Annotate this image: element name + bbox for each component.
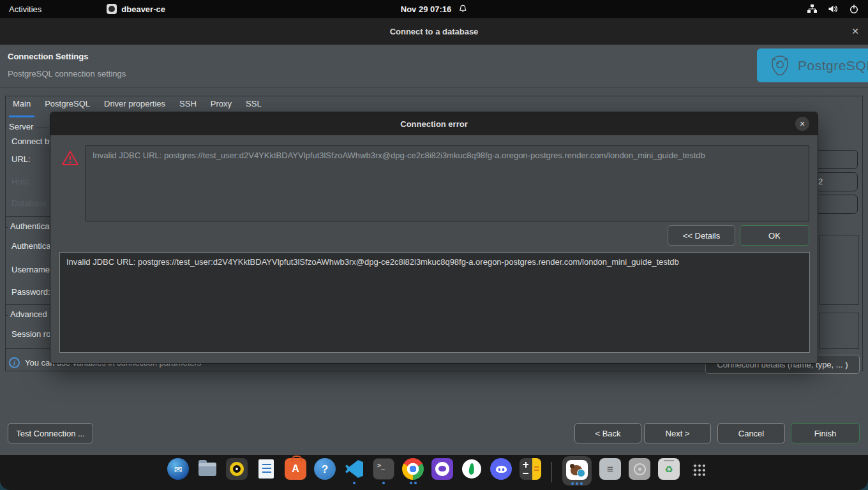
test-connection-button[interactable]: Test Connection ... <box>8 423 93 443</box>
app-menu-label: dbeaver-ce <box>121 4 165 14</box>
database-input-fragment[interactable] <box>816 195 858 214</box>
url-input-fragment[interactable] <box>816 150 858 169</box>
app-menu[interactable]: dbeaver-ce <box>107 4 165 14</box>
dock-files-icon[interactable] <box>197 458 218 485</box>
host-label: Host: <box>11 177 31 186</box>
warning-icon <box>61 150 79 167</box>
dbeaver-app-icon <box>107 4 117 14</box>
error-dialog-close-button[interactable]: ✕ <box>795 117 809 131</box>
clock-menu[interactable]: Nov 29 07:16 <box>401 4 468 14</box>
details-toggle-button[interactable]: << Details <box>668 225 735 246</box>
ok-button[interactable]: OK <box>740 225 809 246</box>
connect-by-label: Connect by: <box>11 137 56 146</box>
url-label: URL: <box>11 154 31 164</box>
info-icon: i <box>9 357 20 368</box>
dock-help-icon[interactable]: ? <box>314 458 336 485</box>
dock-github-icon[interactable] <box>431 458 453 485</box>
dock-items: ✉A?>_≡♻ <box>167 458 709 486</box>
cancel-button[interactable]: Cancel <box>717 423 785 443</box>
dock: ✉A?>_≡♻ <box>0 455 868 490</box>
power-icon <box>849 4 859 14</box>
wizard-header: Connection Settings PostgreSQL connectio… <box>0 45 868 88</box>
dock-trash-icon[interactable]: ♻ <box>658 458 680 485</box>
page-title: Connection Settings <box>8 52 88 61</box>
finish-button[interactable]: Finish <box>791 423 860 443</box>
back-button[interactable]: < Back <box>574 423 641 443</box>
dock-terminal-icon[interactable]: >_ <box>373 458 394 485</box>
dock-rhythmbox-icon[interactable] <box>226 458 248 485</box>
postgresql-logo: PostgreSQL <box>757 48 868 82</box>
screen: Activities dbeaver-ce Nov 29 07:16 <box>0 0 868 490</box>
advanced-box-fragment <box>819 313 859 349</box>
dock-writer-icon[interactable] <box>255 458 277 485</box>
notification-bell-icon <box>458 4 467 14</box>
dock-strip: ✉A?>_≡♻ <box>0 455 868 490</box>
username-label: Username: <box>11 265 52 274</box>
postgresql-elephant-icon <box>767 54 793 78</box>
volume-icon <box>828 4 839 14</box>
server-group-label: Server <box>6 122 36 131</box>
wizard-title: Connect to a database <box>390 27 479 36</box>
dock-separator <box>551 462 552 482</box>
dock-chrome-icon[interactable] <box>402 458 424 485</box>
dock-settings-icon[interactable]: ≡ <box>599 458 621 485</box>
dock-software-icon[interactable]: A <box>285 458 306 485</box>
dock-calculator-icon[interactable] <box>520 458 541 485</box>
network-icon <box>807 4 818 14</box>
tab-main[interactable]: Main <box>13 96 31 116</box>
dock-compass-icon[interactable] <box>461 458 483 485</box>
activities-button[interactable]: Activities <box>0 4 50 14</box>
next-button[interactable]: Next > <box>644 423 711 443</box>
dock-app-grid-icon[interactable] <box>687 458 709 485</box>
error-dialog-title: Connection error <box>400 119 467 129</box>
password-label: Password: <box>11 287 50 297</box>
database-label: Database <box>11 198 47 208</box>
page-subtitle: PostgreSQL connection settings <box>8 69 126 78</box>
error-dialog-titlebar: Connection error ✕ <box>50 112 818 135</box>
dock-vscode-icon[interactable] <box>343 458 365 485</box>
dock-discord-icon[interactable] <box>490 458 512 485</box>
clock-label: Nov 29 07:16 <box>401 4 452 14</box>
connection-error-dialog: Connection error ✕ Invalid JDBC URL: pos… <box>50 112 818 364</box>
wizard-close-button[interactable]: ✕ <box>851 18 859 45</box>
dock-dbeaver-icon[interactable] <box>562 456 592 486</box>
advanced-group-label: Advanced <box>8 309 50 319</box>
port-value-fragment: 2 <box>818 177 823 186</box>
error-message-box: Invalid JDBC URL: postgres://test_user:d… <box>86 145 809 221</box>
wizard-titlebar: Connect to a database ✕ <box>0 18 868 45</box>
system-top-bar: Activities dbeaver-ce Nov 29 07:16 <box>0 0 868 18</box>
auth-box-fragment <box>819 235 859 305</box>
postgresql-logo-text: PostgreSQL <box>798 58 868 73</box>
system-tray[interactable] <box>807 0 859 18</box>
dock-disks-icon[interactable] <box>629 458 650 485</box>
error-details-textarea[interactable]: Invalid JDBC URL: postgres://test_user:d… <box>59 252 810 353</box>
dock-thunderbird-icon[interactable]: ✉ <box>167 458 189 485</box>
